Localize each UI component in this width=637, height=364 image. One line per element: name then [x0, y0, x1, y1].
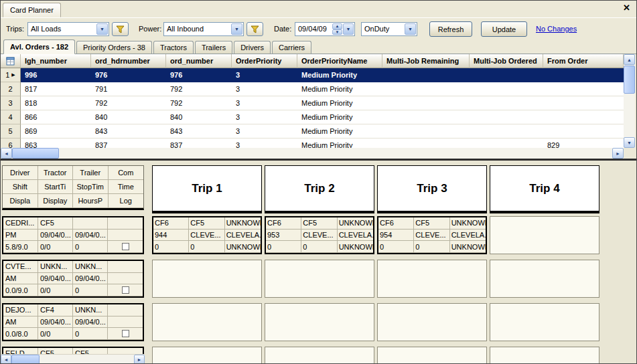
cell[interactable] [470, 68, 543, 82]
trips-select[interactable]: All Loads ▼ [27, 22, 109, 36]
tab-trailers[interactable]: Trailers [195, 41, 232, 54]
empty-trip-slot[interactable] [377, 303, 487, 341]
empty-trip-slot[interactable] [265, 347, 374, 363]
scroll-down-button[interactable]: ▼ [624, 137, 635, 148]
spin-up-button[interactable]: ▲ [332, 23, 342, 29]
tab-drivers[interactable]: Drivers [234, 41, 271, 54]
cell[interactable]: 976 [166, 68, 232, 82]
cell[interactable]: 792 [166, 96, 232, 110]
power-filter-button[interactable] [246, 22, 263, 36]
scrollbar-thumb[interactable] [624, 66, 635, 94]
checkbox[interactable] [122, 243, 129, 250]
cell[interactable]: 818 [21, 96, 91, 110]
chevron-down-icon[interactable]: ▼ [96, 23, 108, 35]
cell[interactable] [470, 124, 543, 139]
empty-trip-slot[interactable] [490, 347, 599, 363]
trip-card[interactable]: CF6 CF5 UNKNOWN 944 CLEVE... CLEVELA... … [152, 216, 262, 254]
scroll-up-button[interactable]: ▲ [624, 54, 635, 65]
refresh-button[interactable]: Refresh [429, 21, 472, 37]
cell[interactable]: Medium Priority [297, 124, 382, 139]
cell[interactable] [543, 124, 624, 139]
cell[interactable] [470, 110, 543, 124]
cell[interactable]: 3 [232, 82, 297, 96]
grid-vertical-scrollbar[interactable]: ▲ ▼ [624, 54, 635, 148]
no-changes-link[interactable]: No Changes [536, 25, 577, 33]
empty-trip-slot[interactable] [377, 347, 487, 363]
chevron-down-icon[interactable]: ▼ [231, 23, 242, 35]
cell[interactable]: 837 [91, 139, 166, 148]
driver-card[interactable]: CVTE... UNKN... UNKN... AM 09/04/0... 09… [2, 260, 144, 298]
cell[interactable]: 792 [166, 82, 232, 96]
row-selector[interactable]: 3 [1, 96, 21, 110]
column-header-ord-number[interactable]: ord_number [166, 54, 232, 68]
column-header-ord-hdrnumber[interactable]: ord_hdrnumber [91, 54, 166, 68]
cell[interactable]: 792 [91, 96, 166, 110]
cell[interactable]: Medium Priority [297, 96, 382, 110]
empty-trip-slot[interactable] [152, 303, 262, 341]
cell[interactable] [382, 82, 470, 96]
cell[interactable] [543, 110, 624, 124]
cell[interactable] [543, 96, 624, 110]
scrollbar-thumb[interactable] [11, 355, 40, 363]
column-header-lgh-number[interactable]: lgh_number [21, 54, 91, 68]
cell[interactable]: 996 [21, 68, 91, 82]
cell[interactable]: Medium Priority [297, 139, 382, 148]
column-header-orderpriorityname[interactable]: OrderPriorityName [297, 54, 382, 68]
tab-avl-orders[interactable]: Avl. Orders - 182 [3, 39, 75, 54]
cell[interactable] [382, 124, 470, 139]
power-select[interactable]: All Inbound ▼ [163, 22, 244, 36]
empty-trip-slot[interactable] [490, 260, 599, 298]
cell[interactable]: 840 [91, 110, 166, 124]
empty-trip-slot[interactable] [490, 303, 599, 341]
cell[interactable]: 791 [91, 82, 166, 96]
cell[interactable] [382, 96, 470, 110]
date-field[interactable]: 09/04/09 ▲ ▼ ▼ [295, 22, 355, 36]
cell[interactable] [470, 96, 543, 110]
cell[interactable]: 817 [21, 82, 91, 96]
trips-filter-button[interactable] [112, 22, 129, 36]
window-tab-card-planner[interactable]: Card Planner [3, 3, 61, 17]
cell[interactable] [382, 139, 470, 148]
scroll-right-button[interactable]: ► [612, 148, 624, 159]
grid-horizontal-scrollbar[interactable]: ◄ ► [1, 148, 624, 159]
cell[interactable]: Medium Priority [297, 82, 382, 96]
cell[interactable]: 869 [21, 124, 91, 139]
tab-carriers[interactable]: Carriers [272, 41, 311, 54]
cell[interactable]: 863 [21, 139, 91, 148]
cell[interactable]: 976 [91, 68, 166, 82]
empty-trip-slot[interactable] [265, 303, 374, 341]
column-header-multijob-remaining[interactable]: Multi-Job Remaining [382, 54, 470, 68]
chevron-down-icon[interactable]: ▼ [405, 23, 416, 35]
cell[interactable]: Medium Priority [297, 68, 382, 82]
scroll-left-button[interactable]: ◄ [1, 148, 12, 159]
empty-trip-slot[interactable] [490, 216, 599, 254]
cell[interactable] [470, 139, 543, 148]
column-header-orderpriority[interactable]: OrderPriority [232, 54, 297, 68]
column-header-from-order[interactable]: From Order [543, 54, 624, 68]
trip-card[interactable]: CF6 CF5 UNKNOWN 954 CLEVE... CLEVELA... … [377, 216, 487, 254]
tab-priority-orders[interactable]: Priority Orders - 38 [76, 41, 152, 54]
chevron-down-icon[interactable]: ▼ [343, 23, 354, 35]
scroll-right-button[interactable]: ► [134, 355, 145, 363]
spin-down-button[interactable]: ▼ [332, 29, 342, 35]
driver-card[interactable]: DEJO... CF4 UNKN... AM 09/04/0... 09/04/… [2, 303, 144, 341]
empty-trip-slot[interactable] [152, 347, 262, 363]
trip-card[interactable]: CF6 CF5 UNKNOWN 953 CLEVE... CLEVELA... … [265, 216, 374, 254]
cell[interactable]: 866 [21, 110, 91, 124]
cell[interactable]: 840 [166, 110, 232, 124]
cell[interactable] [382, 68, 470, 82]
cell[interactable] [382, 110, 470, 124]
cell[interactable]: 3 [232, 139, 297, 148]
tab-tractors[interactable]: Tractors [153, 41, 194, 54]
row-selector[interactable]: 5 [1, 124, 21, 139]
row-selector[interactable]: 1 ▶ [1, 68, 21, 82]
cell[interactable]: 3 [232, 68, 297, 82]
cell[interactable] [543, 68, 624, 82]
checkbox[interactable] [122, 330, 129, 337]
cell[interactable]: 843 [91, 124, 166, 139]
board-horizontal-scrollbar[interactable]: ◄ ► [1, 354, 145, 363]
driver-card[interactable]: CEDRI... CF5 PM 09/04/0... 09/04/0... 5.… [2, 216, 144, 254]
field-chooser-button[interactable] [1, 54, 21, 68]
empty-trip-slot[interactable] [377, 260, 487, 298]
cell[interactable]: 843 [166, 124, 232, 139]
